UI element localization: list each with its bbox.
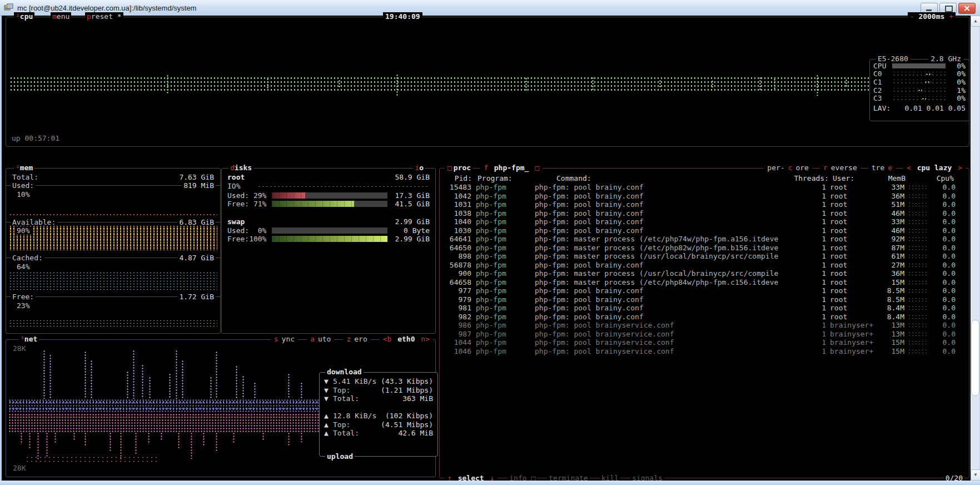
scrollbar-thumb[interactable]: [971, 320, 979, 396]
process-row[interactable]: 1042 php-fpm php-fpm: pool brainy.conf 1…: [440, 192, 968, 201]
cpu-graph-spikes: [9, 56, 966, 117]
process-list: 15483 php-fpm php-fpm: pool brainy.conf …: [440, 183, 968, 355]
down-arrow-icon: ▼: [324, 394, 333, 403]
core-graph: [892, 80, 946, 84]
swap-used-bar: [272, 227, 387, 234]
filter-input[interactable]: php-fpm_: [494, 164, 529, 172]
mem-minigraph: [908, 323, 929, 328]
upload-label: upload: [327, 452, 353, 461]
tab-proc[interactable]: □proc: [444, 164, 472, 172]
cpu-panel: ¹cpu menu preset * 19:40:09 - 2000ms + u…: [6, 17, 969, 147]
mem-cached-pct: 64%: [15, 263, 31, 271]
iface-switcher[interactable]: <b eth0 n>: [380, 335, 433, 343]
core-graph: [892, 96, 946, 101]
reverse-toggle[interactable]: reverse: [820, 164, 860, 172]
tab-cpu[interactable]: ¹cpu: [14, 12, 34, 21]
uptime: up 00:57:01: [12, 134, 59, 142]
net-stats-box: download ▼ 5.41 KiB/s (43.3 Kibps) ▼ Top…: [319, 372, 438, 457]
mem-minigraph: [908, 280, 929, 285]
interval-plus[interactable]: +: [949, 12, 953, 21]
disk-io-row: IO%: [222, 182, 435, 190]
process-row[interactable]: 979 php-fpm php-fpm: pool brainy.conf 1 …: [440, 295, 968, 304]
process-row[interactable]: 64658 php-fpm php-fpm: master process (/…: [440, 278, 968, 287]
mem-cached-row: Cached:4.87 GiB: [6, 254, 220, 262]
up-arrow-icon: ▲: [324, 429, 333, 437]
process-row[interactable]: 64641 php-fpm php-fpm: master process (/…: [440, 235, 968, 244]
disks-panel: disks io root 58.9 GiB IO% Used: 29% 17.…: [221, 168, 436, 334]
disk-free-bar: [272, 201, 387, 207]
mem-minigraph: [908, 228, 929, 233]
window-bottom-border: [0, 481, 980, 485]
scrollbar[interactable]: ▲ ▼: [971, 16, 979, 481]
process-row[interactable]: 898 php-fpm php-fpm: master process (/us…: [440, 252, 968, 261]
process-row[interactable]: 977 php-fpm php-fpm: pool brainy.conf 1 …: [440, 286, 968, 295]
filter-clear-icon[interactable]: □: [533, 164, 541, 172]
auto-button[interactable]: auto: [307, 335, 334, 343]
interval-control[interactable]: - 2000ms +: [908, 12, 956, 21]
process-row[interactable]: 15483 php-fpm php-fpm: pool brainy.conf …: [440, 183, 968, 192]
sort-next[interactable]: >: [956, 164, 964, 172]
mem-minigraph: [908, 219, 929, 224]
tab-net[interactable]: ³net: [18, 335, 39, 343]
process-row[interactable]: 1030 php-fpm php-fpm: pool brainy.conf 1…: [440, 226, 968, 235]
tab-mem[interactable]: ²mem: [14, 164, 34, 172]
terminal: ¹cpu menu preset * 19:40:09 - 2000ms + u…: [2, 16, 971, 481]
mem-minigraph: [908, 185, 929, 190]
io-graph: [257, 185, 427, 188]
mem-minigraph: [908, 331, 929, 336]
mem-minigraph: [908, 263, 929, 268]
scroll-up-icon[interactable]: ▲: [971, 16, 980, 27]
proc-filter[interactable]: f php-fpm_ □: [480, 164, 543, 172]
process-row[interactable]: 64650 php-fpm php-fpm: master process (/…: [440, 244, 968, 253]
mem-minigraph: [908, 297, 929, 302]
cpu-model: E5-2680: [875, 55, 911, 63]
scroll-down-icon[interactable]: ▼: [971, 469, 980, 481]
process-row[interactable]: 56878 php-fpm php-fpm: pool brainy.conf …: [440, 261, 968, 270]
net-panel: ³net sync auto zero <b eth0 n> 28K 28K: [6, 339, 436, 477]
process-row[interactable]: 1031 php-fpm php-fpm: pool brainy.conf 1…: [440, 200, 968, 209]
process-row[interactable]: 987 php-fpm php-fpm: pool brainyservice.…: [440, 330, 968, 339]
preset-button[interactable]: preset *: [85, 12, 123, 21]
mem-available-row: Available:6.83 GiB: [6, 218, 220, 226]
close-button[interactable]: [958, 3, 976, 14]
process-row[interactable]: 982 php-fpm php-fpm: pool brainy.conf 1 …: [440, 313, 968, 321]
mem-minigraph: [908, 288, 929, 293]
mem-minigraph: [908, 236, 929, 241]
down-arrow-icon: ▼: [324, 386, 333, 394]
down-arrow-icon: ▼: [324, 377, 333, 385]
process-row[interactable]: 900 php-fpm php-fpm: master process (/us…: [440, 269, 968, 278]
mem-free-row: Free:1.72 GiB: [6, 293, 220, 301]
title-bar[interactable]: mc [root@ub24.itdeveloper.com.ua]:/lib/s…: [0, 0, 980, 16]
cpu-total-row: CPU 0%: [873, 62, 966, 70]
process-row[interactable]: 1040 php-fpm php-fpm: pool brainy.conf 1…: [440, 217, 968, 226]
process-row[interactable]: 1038 php-fpm php-fpm: pool brainy.conf 1…: [440, 209, 968, 218]
up-arrow-icon: ▲: [324, 412, 333, 420]
core-row: C0 0%: [873, 70, 966, 78]
tree-toggle[interactable]: tree: [868, 164, 896, 172]
interval-minus[interactable]: -: [910, 12, 914, 21]
io-toggle[interactable]: io: [413, 164, 425, 172]
sort-selector[interactable]: < cpu lazy >: [903, 164, 966, 172]
process-row[interactable]: 986 php-fpm php-fpm: pool brainyservice.…: [440, 321, 968, 330]
iface-prev[interactable]: <b: [381, 335, 394, 343]
process-row[interactable]: 981 php-fpm php-fpm: pool brainy.conf 1 …: [440, 304, 968, 313]
proc-panel: □proc f php-fpm_ □ per-core reverse tree…: [439, 168, 969, 478]
sync-button[interactable]: sync: [271, 335, 298, 343]
process-row[interactable]: 1044 php-fpm php-fpm: pool brainyservice…: [440, 338, 968, 347]
upload-total-row: ▲ Total: 42.6 MiB: [324, 429, 433, 438]
iface-next[interactable]: n>: [419, 335, 431, 343]
up-arrow-icon: ▲: [324, 420, 333, 429]
process-row[interactable]: 1046 php-fpm php-fpm: pool brainyservice…: [440, 347, 968, 356]
menu-button[interactable]: menu: [51, 12, 71, 21]
proc-header: Pid: Program: Command: Threads: User: Me…: [440, 174, 969, 182]
swap-row: swap 2.99 GiB: [222, 217, 435, 226]
download-label: download: [327, 368, 362, 376]
mem-total-row: Total:7.63 GiB: [6, 173, 220, 181]
cpu-usage-bar: [892, 63, 946, 68]
disks-title[interactable]: disks: [228, 164, 253, 172]
zero-button[interactable]: zero: [343, 335, 370, 343]
sort-prev[interactable]: <: [905, 164, 913, 172]
mem-minigraph: [908, 271, 929, 276]
mem-free-graph: [9, 319, 217, 328]
per-core-toggle[interactable]: per-core: [764, 164, 812, 172]
